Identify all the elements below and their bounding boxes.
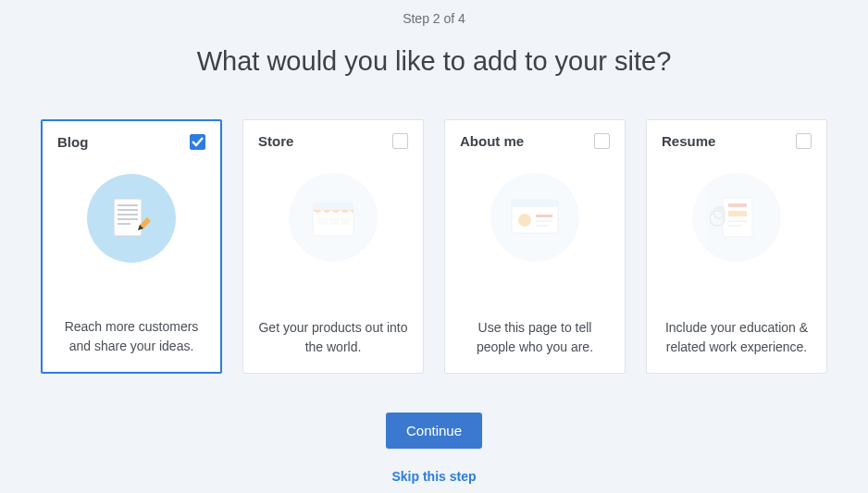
svg-rect-14 xyxy=(512,200,558,207)
card-description: Use this page to tell people who you are… xyxy=(460,318,610,358)
card-description: Include your education & related work ex… xyxy=(662,318,812,358)
svg-rect-9 xyxy=(313,203,353,210)
card-title: Store xyxy=(258,133,293,149)
card-description: Reach more customers and share your idea… xyxy=(57,317,205,357)
card-resume[interactable]: Resume Include your education & related … xyxy=(646,119,827,374)
svg-rect-18 xyxy=(536,225,549,227)
checkbox-icon[interactable] xyxy=(594,133,610,149)
card-header: About me xyxy=(460,133,610,149)
option-cards: Blog Reach more customers and share your… xyxy=(41,119,827,374)
continue-button[interactable]: Continue xyxy=(386,413,482,449)
svg-rect-16 xyxy=(536,215,552,217)
svg-rect-2 xyxy=(118,209,138,211)
svg-rect-1 xyxy=(118,204,138,206)
card-blog[interactable]: Blog Reach more customers and share your… xyxy=(41,119,222,374)
svg-rect-23 xyxy=(728,225,741,227)
svg-rect-5 xyxy=(118,223,130,225)
checkbox-icon[interactable] xyxy=(796,133,812,149)
page-title: What would you like to add to your site? xyxy=(197,46,672,77)
card-title: About me xyxy=(460,133,524,149)
card-title: Blog xyxy=(57,134,88,150)
resume-illustration-icon xyxy=(692,173,781,262)
onboarding-step: Step 2 of 4 What would you like to add t… xyxy=(0,0,868,484)
checkbox-icon[interactable] xyxy=(190,134,205,150)
svg-rect-20 xyxy=(728,203,747,207)
card-store[interactable]: Store Get your products out into the wor… xyxy=(242,119,424,374)
svg-rect-10 xyxy=(318,217,328,225)
svg-rect-11 xyxy=(329,217,339,225)
card-description: Get your products out into the world. xyxy=(258,318,408,358)
svg-rect-3 xyxy=(118,214,138,216)
checkbox-icon[interactable] xyxy=(392,133,408,149)
svg-rect-17 xyxy=(536,220,552,222)
card-title: Resume xyxy=(662,133,715,149)
svg-rect-21 xyxy=(728,211,747,216)
svg-point-15 xyxy=(518,214,531,227)
card-about[interactable]: About me Use this page to tell people wh… xyxy=(444,119,626,374)
svg-rect-22 xyxy=(728,220,747,222)
about-illustration-icon xyxy=(490,173,579,262)
card-header: Resume xyxy=(662,133,812,149)
blog-illustration-icon xyxy=(87,174,176,263)
skip-link[interactable]: Skip this step xyxy=(391,469,476,484)
svg-rect-4 xyxy=(118,218,138,220)
step-indicator: Step 2 of 4 xyxy=(403,11,465,26)
card-header: Blog xyxy=(57,134,205,150)
store-illustration-icon xyxy=(289,173,378,262)
card-header: Store xyxy=(258,133,408,149)
svg-rect-12 xyxy=(341,217,350,225)
